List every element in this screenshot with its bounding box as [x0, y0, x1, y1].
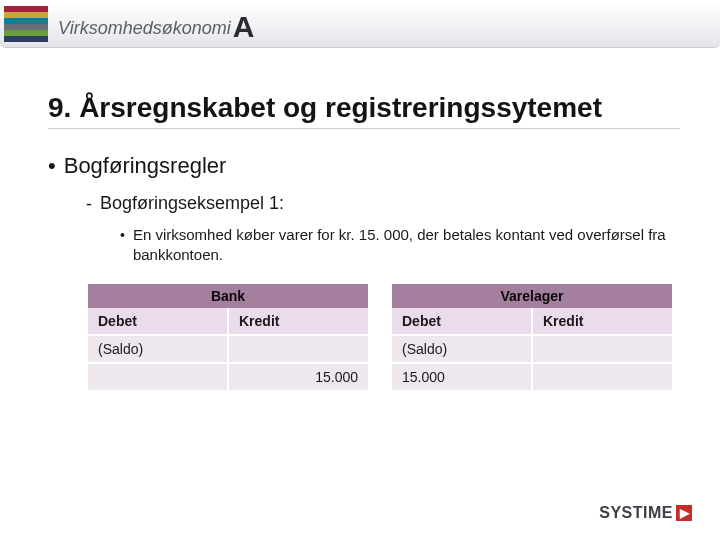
- slide: Virksomhedsøkonomi A 9. Årsregnskabet og…: [0, 0, 720, 540]
- col-kredit: Kredit: [229, 308, 368, 334]
- sublist: Bogføringseksempel 1:: [86, 193, 680, 215]
- brand-suffix: A: [233, 12, 255, 42]
- header-bar: Virksomhedsøkonomi A: [0, 0, 720, 48]
- cell: [533, 336, 672, 362]
- content: 9. Årsregnskabet og registreringssytemet…: [0, 48, 720, 390]
- tables-row: Bank Debet Kredit (Saldo) 15.000 Varelag…: [88, 284, 680, 390]
- subsublist-item: En virksomhed køber varer for kr. 15. 00…: [120, 225, 680, 266]
- footer-brand-text: SYSTIME: [599, 504, 673, 522]
- table-bank-title: Bank: [88, 284, 368, 308]
- table-bank: Bank Debet Kredit (Saldo) 15.000: [88, 284, 368, 390]
- bullet-text: Bogføringsregler: [64, 153, 227, 179]
- sublist-item: Bogføringseksempel 1:: [86, 193, 680, 215]
- subsublist-text: En virksomhed køber varer for kr. 15. 00…: [133, 225, 680, 266]
- subsublist: En virksomhed køber varer for kr. 15. 00…: [120, 225, 680, 266]
- cell: 15.000: [392, 364, 533, 390]
- table-row: (Saldo): [392, 334, 672, 362]
- play-icon: ▶: [676, 505, 692, 521]
- brand-text: Virksomhedsøkonomi: [58, 18, 231, 39]
- table-row: 15.000: [392, 362, 672, 390]
- table-varelager: Varelager Debet Kredit (Saldo) 15.000: [392, 284, 672, 390]
- table-varelager-title: Varelager: [392, 284, 672, 308]
- cell: [88, 364, 229, 390]
- cell: (Saldo): [392, 336, 533, 362]
- table-bank-header-row: Debet Kredit: [88, 308, 368, 334]
- footer-brand: SYSTIME ▶: [599, 504, 692, 522]
- table-varelager-header-row: Debet Kredit: [392, 308, 672, 334]
- cell: [533, 364, 672, 390]
- brand: Virksomhedsøkonomi A: [58, 9, 254, 39]
- col-debet: Debet: [392, 308, 533, 334]
- table-row: (Saldo): [88, 334, 368, 362]
- cell: (Saldo): [88, 336, 229, 362]
- bullet-item: Bogføringsregler: [48, 153, 680, 179]
- col-debet: Debet: [88, 308, 229, 334]
- bullet-list: Bogføringsregler: [48, 153, 680, 179]
- cell: 15.000: [229, 364, 368, 390]
- table-row: 15.000: [88, 362, 368, 390]
- page-title: 9. Årsregnskabet og registreringssytemet: [48, 92, 680, 129]
- logo-stripes-icon: [4, 6, 48, 42]
- cell: [229, 336, 368, 362]
- col-kredit: Kredit: [533, 308, 672, 334]
- sublist-text: Bogføringseksempel 1:: [100, 193, 284, 214]
